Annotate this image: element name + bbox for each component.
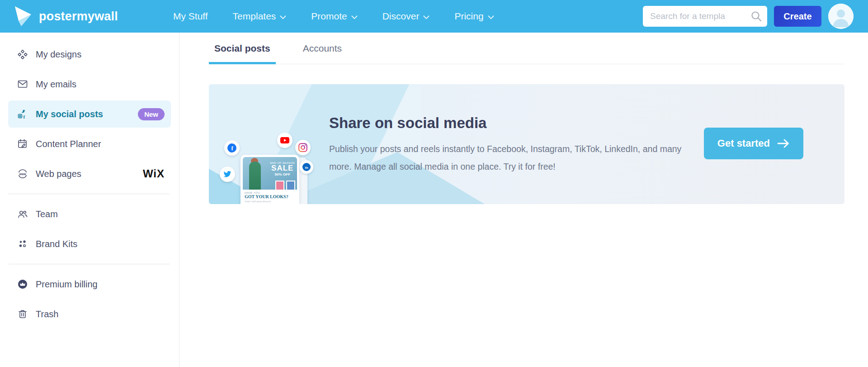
- share-on-social-media-banner: END OF SEASON SALE 50% OFF HAVE YOU GOT …: [209, 84, 844, 204]
- social-posts-icon: f: [17, 109, 28, 119]
- brand-logo[interactable]: postermywall: [14, 6, 118, 27]
- trash-icon: [17, 309, 28, 319]
- arrow-right-icon: [777, 138, 790, 148]
- search-icon[interactable]: [750, 10, 763, 24]
- main-content: Social posts Accounts END OF SEASON: [179, 33, 868, 367]
- chevron-down-icon: [423, 11, 429, 22]
- nav-item-my-stuff[interactable]: My Stuff: [173, 11, 208, 22]
- sidebar-item-my-emails[interactable]: My emails: [8, 71, 171, 98]
- team-icon: [17, 209, 28, 219]
- top-navbar: postermywall My Stuff Templates Promote …: [0, 0, 868, 33]
- chevron-down-icon: [351, 11, 358, 22]
- twitter-icon: [220, 167, 235, 182]
- avatar[interactable]: [828, 4, 854, 29]
- nav-item-pricing[interactable]: Pricing: [454, 11, 494, 22]
- sidebar-item-my-social-posts[interactable]: f My social posts New: [8, 100, 171, 128]
- nav-item-discover[interactable]: Discover: [382, 11, 430, 22]
- calendar-icon: [17, 138, 28, 149]
- svg-text:f: f: [231, 145, 233, 152]
- brand-name: postermywall: [39, 10, 118, 24]
- sidebar: My designs My emails: [0, 33, 179, 367]
- sidebar-item-team[interactable]: Team: [8, 200, 171, 228]
- user-silhouette-icon: [828, 4, 854, 29]
- poster-card-back: [250, 157, 307, 204]
- search-input[interactable]: [643, 6, 767, 27]
- instagram-icon: [295, 140, 311, 155]
- designs-icon: [17, 49, 28, 60]
- email-icon: [17, 79, 28, 90]
- svg-text:in: in: [305, 166, 308, 170]
- sidebar-divider: [8, 194, 170, 194]
- banner-copy: Share on social media Publish your posts…: [329, 114, 686, 176]
- nav-item-promote[interactable]: Promote: [311, 11, 357, 22]
- chevron-down-icon: [488, 11, 494, 22]
- brand-kits-icon: [17, 238, 28, 249]
- postermywall-logo-icon: [14, 6, 33, 27]
- sidebar-item-my-designs[interactable]: My designs: [8, 41, 171, 68]
- tab-accounts[interactable]: Accounts: [297, 43, 347, 64]
- navbar-right: Create: [643, 4, 854, 29]
- get-started-button[interactable]: Get started: [704, 128, 803, 159]
- nav-item-templates[interactable]: Templates: [233, 11, 287, 22]
- tab-bar: Social posts Accounts: [209, 43, 844, 64]
- tab-social-posts[interactable]: Social posts: [209, 43, 276, 64]
- crown-icon: [17, 279, 28, 290]
- svg-text:f: f: [24, 114, 25, 119]
- new-badge: New: [138, 108, 165, 120]
- create-button[interactable]: Create: [774, 6, 821, 27]
- sidebar-item-content-planner[interactable]: Content Planner: [8, 130, 171, 157]
- chevron-down-icon: [280, 11, 286, 22]
- postermywall-app: postermywall My Stuff Templates Promote …: [0, 0, 868, 367]
- banner-title: Share on social media: [329, 114, 686, 132]
- youtube-icon: [277, 133, 292, 148]
- sidebar-divider: [8, 264, 170, 264]
- linkedin-icon: in: [300, 160, 313, 174]
- sidebar-item-trash[interactable]: Trash: [8, 300, 171, 328]
- www-icon: www: [17, 168, 28, 179]
- primary-nav: My Stuff Templates Promote Discover Pric…: [173, 11, 494, 22]
- sidebar-item-web-pages[interactable]: www Web pages WiX: [8, 160, 171, 187]
- facebook-icon: f: [224, 140, 240, 156]
- sidebar-item-premium-billing[interactable]: Premium billing: [8, 271, 171, 298]
- svg-text:www: www: [19, 172, 26, 176]
- sidebar-item-brand-kits[interactable]: Brand Kits: [8, 230, 171, 257]
- banner-description: Publish your posts and reels instantly t…: [329, 140, 686, 176]
- template-search: [643, 6, 767, 27]
- poster-card: END OF SEASON SALE 50% OFF HAVE YOU GOT …: [241, 155, 299, 204]
- wix-logo: WiX: [143, 167, 165, 180]
